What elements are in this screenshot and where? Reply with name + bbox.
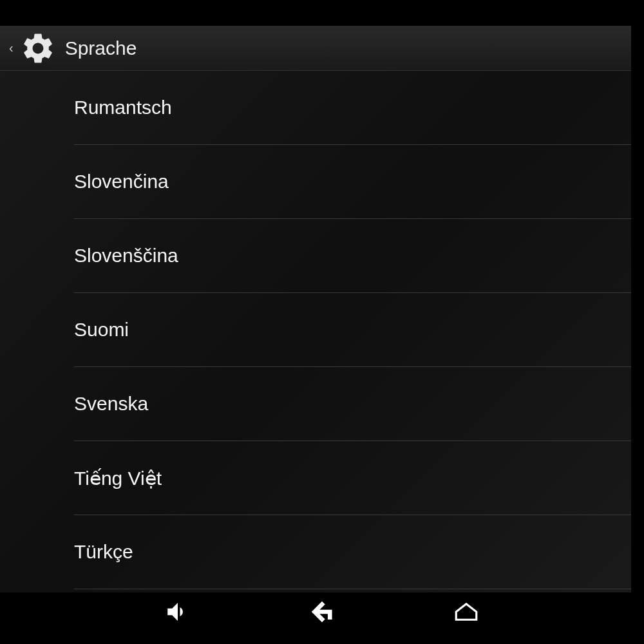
language-label: Slovenčina (74, 171, 169, 193)
language-list: Rumantsch Slovenčina Slovenščina Suomi S… (0, 71, 631, 589)
language-label: Rumantsch (74, 97, 172, 118)
header-bar: ‹ Sprache (0, 26, 631, 71)
language-label: Svenska (74, 393, 148, 415)
back-button[interactable] (308, 598, 336, 626)
language-label: Tiếng Việt (74, 467, 162, 489)
home-button[interactable] (452, 598, 480, 626)
list-item[interactable]: Rumantsch (74, 71, 631, 145)
list-item[interactable]: Svenska (74, 367, 631, 441)
gear-icon (20, 30, 56, 66)
list-item[interactable]: Suomi (74, 293, 631, 367)
language-label: Suomi (74, 319, 129, 341)
navigation-bar (0, 592, 644, 631)
list-item[interactable]: Tiếng Việt (74, 441, 631, 515)
settings-screen: ‹ Sprache Rumantsch Slovenčina Slovenšči… (0, 26, 631, 599)
back-chevron-icon[interactable]: ‹ (5, 41, 17, 55)
language-label: Türkçe (74, 541, 133, 563)
list-item[interactable]: Slovenčina (74, 145, 631, 219)
list-item[interactable]: Türkçe (74, 515, 631, 589)
language-label: Slovenščina (74, 245, 178, 267)
list-item[interactable]: Slovenščina (74, 219, 631, 293)
page-title: Sprache (65, 37, 137, 59)
volume-button[interactable] (164, 598, 192, 626)
